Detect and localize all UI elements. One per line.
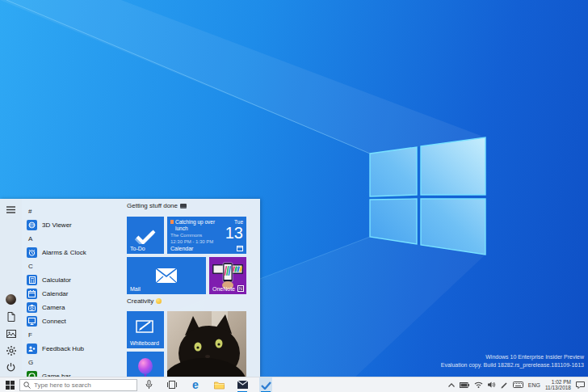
edge-button[interactable]: e [189, 377, 202, 392]
app-item-3d-viewer[interactable]: 3D Viewer [27, 218, 123, 232]
user-account-button[interactable] [5, 294, 17, 305]
pictures-icon [6, 330, 16, 338]
language-indicator[interactable]: ENG [528, 382, 540, 388]
tile-label: OneNote [212, 286, 235, 292]
clock[interactable]: 1:02 PM 11/13/2018 [545, 379, 571, 391]
section-letter[interactable]: G [28, 359, 123, 369]
taskbar: e [0, 377, 588, 392]
app-item-connect[interactable]: Connect [27, 314, 123, 328]
search-input[interactable] [34, 381, 123, 389]
power-icon [6, 363, 15, 372]
windows-logo-icon [6, 381, 15, 390]
task-view-icon [167, 381, 177, 389]
watermark-line2: Evaluation copy. Build 18282.rs_prerelea… [441, 361, 584, 369]
pictures-button[interactable] [5, 328, 17, 339]
onenote-logo-badge: N [237, 285, 244, 292]
desktop: Windows 10 Enterprise Insider Preview Ev… [0, 0, 588, 392]
alarm-clock-icon [27, 247, 37, 258]
app-item-camera[interactable]: Camera [27, 301, 123, 314]
keyboard-icon [513, 381, 523, 388]
start-menu: # 3D Viewer A Alarms & Clock C Calculato [0, 199, 260, 377]
app-label: Feedback Hub [42, 345, 84, 352]
tile-calendar[interactable]: Catching up over lunch The Commons 12:30… [167, 217, 246, 254]
tile-photos-cat[interactable] [167, 311, 246, 377]
touch-keyboard-button[interactable] [513, 381, 523, 388]
hamburger-icon [6, 206, 15, 213]
start-tiles-panel: Getting stuff done To-Do Catching up ove… [123, 199, 260, 377]
tile-todo[interactable]: To-Do [127, 217, 164, 254]
volume-button[interactable] [488, 381, 496, 388]
calendar-event-time: 12:30 PM - 1:30 PM [170, 238, 222, 245]
battery-button[interactable] [460, 382, 469, 388]
tile-group-header-creativity[interactable]: Creativity [127, 297, 162, 305]
tile-label: Calendar [170, 246, 193, 251]
calendar-icon [27, 289, 37, 299]
app-label: 3D Viewer [42, 221, 72, 229]
app-item-calculator[interactable]: Calculator [27, 273, 123, 287]
pen-icon [501, 381, 508, 389]
calculator-icon [27, 275, 37, 285]
tile-group-header-getting-stuff-done[interactable]: Getting stuff done [127, 202, 187, 209]
settings-button[interactable] [5, 345, 17, 356]
todo-check-icon [261, 381, 271, 390]
app-label: Connect [42, 318, 66, 325]
tile-paint-3d[interactable] [127, 352, 164, 377]
tile-label: Mail [130, 286, 141, 292]
game-bar-icon [27, 371, 37, 377]
action-center-icon [576, 381, 585, 389]
tile-label: Whiteboard [130, 340, 159, 346]
app-item-game-bar[interactable]: Game bar [27, 369, 123, 377]
tile-label: To-Do [130, 246, 145, 251]
tray-date: 11/13/2018 [545, 385, 571, 391]
camera-icon [27, 302, 37, 313]
start-button[interactable] [0, 377, 19, 392]
documents-button[interactable] [5, 311, 17, 322]
action-center-button[interactable] [576, 381, 585, 389]
network-button[interactable] [474, 381, 483, 388]
thinking-face-emoji [156, 298, 162, 304]
section-letter[interactable]: # [28, 208, 123, 217]
taskbar-search[interactable] [19, 379, 137, 391]
calendar-event-location: The Commons [170, 232, 222, 238]
tile-onenote[interactable]: OneNote N [209, 257, 246, 294]
expand-menu-button[interactable] [5, 204, 17, 215]
watermark-line1: Windows 10 Enterprise Insider Preview [441, 353, 584, 361]
app-item-calendar[interactable]: Calendar [27, 287, 123, 301]
tile-mail[interactable]: Mail [127, 257, 206, 294]
todo-button[interactable] [259, 377, 272, 392]
feedback-icon [27, 344, 37, 354]
3d-viewer-icon [27, 220, 37, 230]
app-item-feedback-hub[interactable]: Feedback Hub [27, 342, 123, 356]
file-explorer-button[interactable] [212, 377, 225, 392]
app-label: Alarms & Clock [42, 249, 86, 256]
avatar [6, 294, 16, 305]
event-pin-icon [170, 220, 174, 224]
microphone-icon [145, 380, 153, 390]
mail-button[interactable] [236, 377, 249, 392]
section-letter[interactable]: F [28, 331, 123, 341]
tile-whiteboard[interactable]: Whiteboard [127, 311, 164, 348]
tray-chevron-button[interactable] [448, 383, 455, 387]
laptop-emoji [180, 204, 187, 209]
power-button[interactable] [5, 362, 17, 373]
gear-icon [6, 346, 16, 356]
paint3d-balloon-icon [127, 352, 164, 377]
app-item-alarms-clock[interactable]: Alarms & Clock [27, 246, 123, 259]
start-app-list: # 3D Viewer A Alarms & Clock C Calculato [22, 199, 123, 377]
app-label: Calculator [42, 276, 71, 284]
document-icon [7, 312, 15, 322]
calendar-glyph-icon [237, 245, 243, 251]
section-letter[interactable]: C [28, 263, 123, 272]
task-view-button[interactable] [166, 377, 178, 392]
speaker-icon [488, 381, 496, 388]
evaluation-watermark: Windows 10 Enterprise Insider Preview Ev… [441, 353, 584, 369]
pen-button[interactable] [501, 381, 508, 389]
app-label: Calendar [42, 290, 68, 297]
cortana-mic-button[interactable] [142, 377, 155, 392]
wifi-icon [474, 381, 483, 388]
connect-icon [27, 316, 37, 327]
search-icon [23, 381, 31, 389]
system-tray: ENG 1:02 PM 11/13/2018 [448, 379, 588, 391]
calendar-event-title: Catching up over lunch [175, 219, 222, 232]
section-letter[interactable]: A [28, 235, 123, 245]
